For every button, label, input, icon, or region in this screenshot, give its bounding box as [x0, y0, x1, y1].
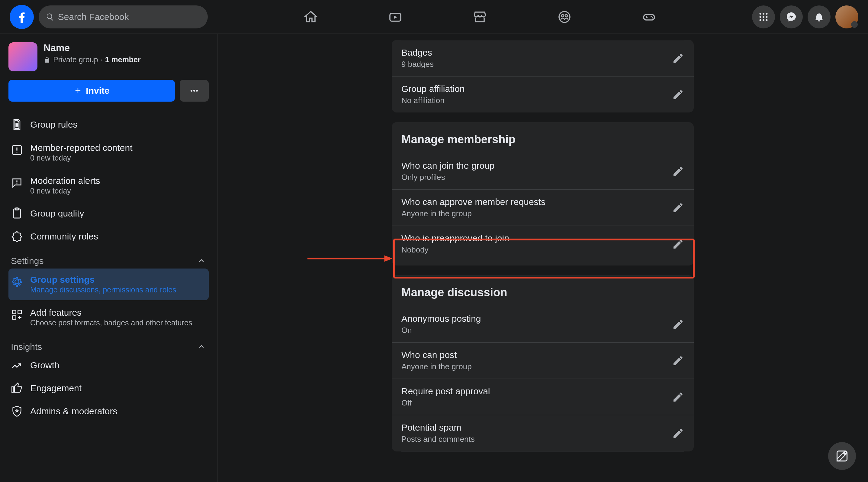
growth-icon — [11, 359, 23, 371]
compose-fab[interactable] — [828, 442, 856, 470]
card-manage-membership: Manage membership Who can join the group… — [392, 122, 694, 265]
svg-point-12 — [766, 16, 768, 18]
row-require-approval[interactable]: Require post approval Off — [392, 378, 694, 415]
svg-point-6 — [652, 17, 653, 19]
nav-home[interactable] — [293, 2, 329, 32]
svg-point-14 — [763, 19, 765, 21]
nav-marketplace[interactable] — [462, 2, 498, 32]
svg-point-7 — [760, 13, 762, 15]
card-manage-discussion: Manage discussion Anonymous posting On W… — [392, 275, 694, 451]
sidebar-item-admins-moderators[interactable]: Admins & moderators — [8, 400, 209, 422]
notifications-button[interactable] — [808, 5, 831, 28]
nav-watch[interactable] — [377, 2, 413, 32]
svg-point-15 — [766, 19, 768, 21]
group-meta: Private group · 1 member — [43, 55, 141, 64]
compose-icon — [835, 449, 849, 463]
svg-point-17 — [193, 90, 195, 92]
sidebar-item-group-settings[interactable]: Group settings Manage discussions, permi… — [8, 268, 209, 300]
chevron-up-icon — [196, 256, 206, 266]
row-anonymous-posting[interactable]: Anonymous posting On — [392, 306, 694, 342]
edit-icon[interactable] — [672, 165, 684, 177]
lock-icon — [43, 56, 51, 63]
edit-icon[interactable] — [672, 238, 684, 250]
search-icon — [46, 12, 54, 22]
more-button[interactable] — [180, 80, 209, 102]
sidebar-item-moderation-alerts[interactable]: Moderation alerts 0 new today — [8, 170, 209, 201]
svg-rect-23 — [18, 310, 22, 314]
insights-section-header[interactable]: Insights — [8, 335, 209, 355]
svg-point-2 — [561, 15, 564, 17]
shield-star-icon — [11, 405, 23, 417]
svg-point-1 — [559, 11, 570, 22]
svg-point-3 — [565, 15, 567, 17]
top-nav — [213, 2, 747, 32]
row-preapproved[interactable]: Who is preapproved to join Nobody — [392, 226, 694, 265]
dots-icon — [189, 85, 199, 96]
edit-icon[interactable] — [672, 202, 684, 214]
settings-section-header[interactable]: Settings — [8, 249, 209, 268]
nav-groups[interactable] — [546, 2, 583, 32]
edit-icon[interactable] — [672, 391, 684, 403]
sidebar-item-group-quality[interactable]: Group quality — [8, 203, 209, 224]
card-header: Manage discussion — [392, 275, 694, 306]
row-affiliation[interactable]: Group affiliation No affiliation — [392, 76, 694, 112]
invite-button[interactable]: Invite — [8, 80, 175, 102]
row-potential-spam[interactable]: Potential spam Posts and comments — [392, 415, 694, 451]
row-who-can-join[interactable]: Who can join the group Only profiles — [392, 153, 694, 189]
svg-point-5 — [651, 16, 652, 17]
sidebar-item-community-roles[interactable]: Community roles — [8, 226, 209, 247]
sidebar-item-add-features[interactable]: Add features Choose post formats, badges… — [8, 302, 209, 333]
group-name: Name — [43, 42, 141, 54]
sidebar-item-group-rules[interactable]: Group rules — [8, 114, 209, 136]
card-header: Manage membership — [392, 122, 694, 153]
top-bar — [0, 0, 868, 34]
sidebar: Name Private group · 1 member Invite Gro… — [0, 34, 217, 482]
group-header[interactable]: Name Private group · 1 member — [8, 42, 209, 72]
row-badges[interactable]: Badges 9 badges — [392, 40, 694, 76]
edit-icon[interactable] — [672, 318, 684, 331]
svg-rect-4 — [644, 15, 654, 20]
row-who-can-post[interactable]: Who can post Anyone in the group — [392, 342, 694, 378]
svg-rect-24 — [12, 316, 16, 319]
search-input[interactable] — [58, 12, 200, 22]
svg-point-18 — [196, 90, 198, 92]
thumbs-up-icon — [11, 382, 23, 394]
clipboard-icon — [11, 207, 23, 220]
card-customize-bottom: Badges 9 badges Group affiliation No aff… — [392, 40, 694, 112]
group-cover-thumb — [8, 42, 37, 72]
svg-point-10 — [760, 16, 762, 18]
svg-point-16 — [191, 90, 192, 92]
svg-point-8 — [763, 13, 765, 15]
svg-rect-27 — [837, 451, 847, 461]
gear-icon — [11, 276, 23, 288]
main-content: Badges 9 badges Group affiliation No aff… — [217, 34, 868, 482]
sidebar-item-growth[interactable]: Growth — [8, 355, 209, 376]
messenger-button[interactable] — [780, 5, 803, 28]
edit-icon[interactable] — [672, 52, 684, 64]
account-avatar[interactable] — [835, 5, 858, 28]
badge-icon — [11, 230, 23, 243]
edit-icon[interactable] — [672, 355, 684, 367]
edit-icon[interactable] — [672, 89, 684, 101]
alert-square-icon — [11, 144, 23, 156]
sidebar-item-engagement[interactable]: Engagement — [8, 377, 209, 399]
row-who-can-approve[interactable]: Who can approve member requests Anyone i… — [392, 189, 694, 226]
chevron-up-icon — [196, 342, 206, 352]
sidebar-item-member-reported[interactable]: Member-reported content 0 new today — [8, 137, 209, 168]
rules-icon — [11, 118, 23, 131]
svg-point-11 — [763, 16, 765, 18]
svg-rect-22 — [12, 310, 16, 314]
edit-icon[interactable] — [672, 427, 684, 440]
svg-point-13 — [760, 19, 762, 21]
svg-point-9 — [766, 13, 768, 15]
facebook-logo[interactable] — [10, 5, 34, 29]
top-right — [752, 5, 858, 28]
plus-icon — [74, 86, 82, 95]
menu-apps-button[interactable] — [752, 5, 775, 28]
chat-alert-icon — [11, 177, 23, 189]
grid-plus-icon — [11, 309, 23, 321]
search-input-wrap[interactable] — [39, 5, 208, 28]
nav-gaming[interactable] — [631, 2, 667, 32]
